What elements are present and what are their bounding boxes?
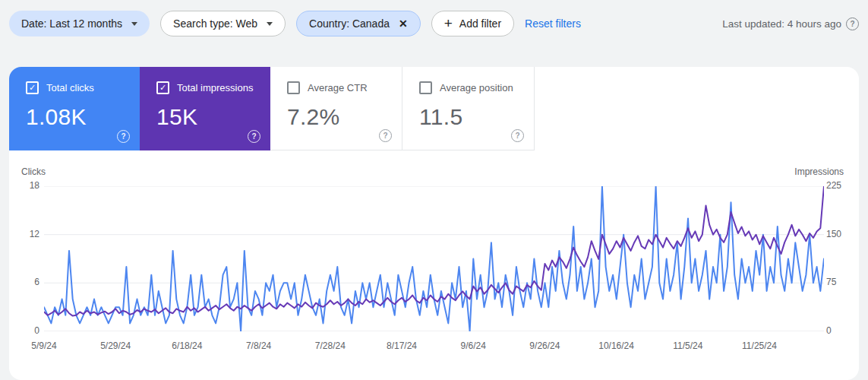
- metric-label: Average CTR: [308, 82, 368, 93]
- help-icon[interactable]: ?: [117, 130, 130, 143]
- filter-bar: Date: Last 12 months Search type: Web Co…: [9, 10, 859, 37]
- x-axis-tick: 7/8/24: [246, 340, 271, 351]
- close-icon[interactable]: ✕: [399, 18, 408, 29]
- x-axis-tick: 9/26/24: [529, 340, 560, 351]
- chevron-down-icon: [131, 22, 137, 26]
- metric-cards-row: ✓ Total clicks 1.08K ? ✓ Total impressio…: [9, 67, 859, 150]
- metric-value: 15K: [156, 104, 270, 130]
- y-axis-tick-left: 12: [9, 229, 39, 239]
- chart-plot[interactable]: [44, 186, 824, 331]
- help-icon[interactable]: ?: [511, 129, 524, 142]
- plus-icon: +: [444, 16, 453, 30]
- y-axis-tick-left: 6: [9, 277, 39, 287]
- metric-label: Total impressions: [177, 82, 253, 93]
- x-axis-tick: 11/5/24: [673, 340, 702, 351]
- y-axis-tick-right: 225: [826, 180, 841, 191]
- date-filter-chip[interactable]: Date: Last 12 months: [9, 11, 150, 36]
- y-axis-tick-right: 75: [826, 277, 836, 287]
- metric-card-total-clicks[interactable]: ✓ Total clicks 1.08K ?: [9, 67, 140, 150]
- last-updated-text: Last updated: 4 hours ago ?: [722, 17, 859, 30]
- x-axis-tick: 7/28/24: [315, 340, 346, 351]
- x-axis-tick: 11/25/24: [742, 340, 777, 351]
- date-filter-label: Date: Last 12 months: [21, 17, 122, 30]
- x-axis-tick: 6/18/24: [172, 340, 202, 351]
- add-filter-button[interactable]: + Add filter: [431, 11, 514, 36]
- performance-chart: Clicks Impressions 1812602251507505/9/24…: [9, 150, 859, 380]
- y-axis-tick-left: 18: [9, 180, 39, 191]
- metric-label: Total clicks: [46, 82, 94, 93]
- search-type-filter-label: Search type: Web: [173, 17, 257, 30]
- checkbox-unchecked-icon[interactable]: [419, 81, 432, 94]
- performance-report-card: ✓ Total clicks 1.08K ? ✓ Total impressio…: [9, 67, 859, 380]
- country-filter-chip[interactable]: Country: Canada ✕: [296, 11, 421, 36]
- chevron-down-icon: [267, 22, 273, 26]
- help-icon[interactable]: ?: [846, 17, 859, 30]
- x-axis-tick: 9/6/24: [461, 340, 486, 351]
- left-axis-title: Clicks: [21, 166, 46, 177]
- help-icon[interactable]: ?: [248, 130, 260, 143]
- y-axis-tick-right: 150: [826, 229, 841, 239]
- x-axis-tick: 5/9/24: [31, 340, 56, 351]
- help-icon[interactable]: ?: [379, 129, 392, 142]
- metric-value: 1.08K: [26, 104, 140, 130]
- y-axis-tick-left: 0: [9, 325, 39, 336]
- metric-card-average-position[interactable]: Average position 11.5 ?: [402, 67, 535, 150]
- checkbox-checked-icon[interactable]: ✓: [156, 81, 169, 94]
- metric-card-total-impressions[interactable]: ✓ Total impressions 15K ?: [140, 67, 270, 150]
- x-axis-tick: 10/16/24: [598, 340, 634, 351]
- search-type-filter-chip[interactable]: Search type: Web: [160, 11, 286, 36]
- reset-filters-link[interactable]: Reset filters: [525, 17, 581, 30]
- checkbox-unchecked-icon[interactable]: [287, 81, 300, 94]
- metric-card-average-ctr[interactable]: Average CTR 7.2% ?: [270, 67, 402, 150]
- country-filter-label: Country: Canada: [309, 17, 390, 30]
- right-axis-title: Impressions: [794, 166, 844, 177]
- last-updated-label: Last updated: 4 hours ago: [722, 18, 841, 30]
- checkbox-checked-icon[interactable]: ✓: [26, 81, 39, 94]
- metric-value: 7.2%: [287, 104, 402, 130]
- y-axis-tick-right: 0: [826, 325, 832, 336]
- x-axis-tick: 8/17/24: [387, 340, 417, 351]
- x-axis-tick: 5/29/24: [100, 340, 131, 351]
- add-filter-label: Add filter: [459, 17, 501, 30]
- metric-label: Average position: [440, 82, 513, 93]
- metric-value: 11.5: [419, 104, 534, 130]
